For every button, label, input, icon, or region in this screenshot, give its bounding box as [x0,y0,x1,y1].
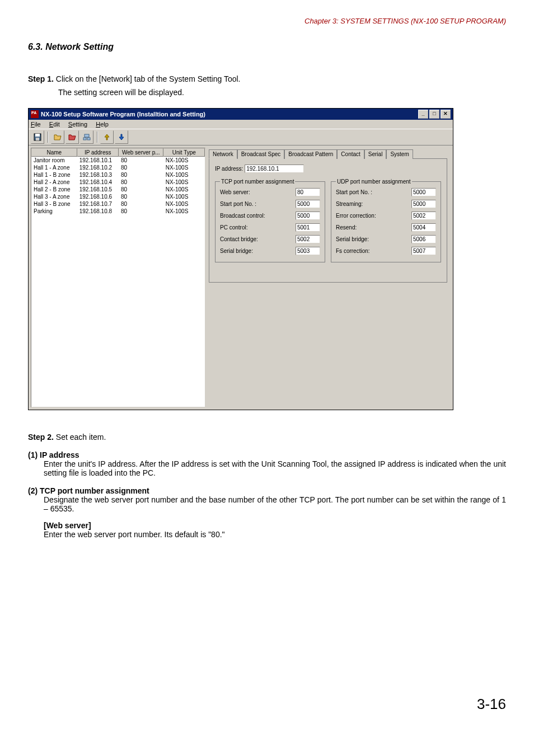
tcp-field-label: Serial bridge: [220,248,253,254]
download-icon[interactable] [115,130,128,144]
udp-field-input[interactable] [411,223,436,232]
settings-panel: Network Broadcast Spec Broadcast Pattern… [205,148,451,407]
list-row[interactable]: Hall 2 - A zone192.168.10.480NX-100S [31,179,205,186]
udp-field-label: Serial bridge: [336,236,369,242]
save-icon[interactable] [31,130,44,144]
step2-text: Set each item. [56,433,106,442]
tcp-field-label: Start port No. : [220,201,256,207]
minimize-button[interactable]: _ [418,110,428,119]
udp-field-input[interactable] [411,188,436,196]
tab-broadcast-pattern[interactable]: Broadcast Pattern [284,149,337,159]
step1-line2: The setting screen will be displayed. [58,88,506,97]
app-icon [31,110,39,118]
svg-rect-2 [36,138,39,140]
tcp-field-label: PC control: [220,224,247,231]
tab-network[interactable]: Network [209,149,237,159]
udp-field-label: Error correction: [336,213,376,219]
menu-setting[interactable]: Setting [68,121,87,128]
list-row[interactable]: Parking192.168.10.880NX-100S [31,208,205,215]
menubar: File Edit Setting Help [29,120,453,129]
tcp-field-input[interactable] [296,212,320,220]
folder-red-icon[interactable] [65,130,79,144]
udp-field-label: Resend: [336,224,357,231]
tcp-legend: TCP port number assignment [220,179,295,185]
list-row[interactable]: Janitor room192.168.10.180NX-100S [31,157,205,164]
section-title: 6.3. Network Setting [28,42,506,52]
list-row[interactable]: Hall 3 - B zone192.168.10.780NX-100S [31,200,205,208]
list-row[interactable]: Hall 2 - B zone192.168.10.580NX-100S [31,186,205,193]
udp-field-input[interactable] [411,212,436,220]
udp-field-input[interactable] [411,200,436,208]
udp-field-input[interactable] [411,247,436,255]
tcp-field-label: Web server: [220,189,250,195]
col-ip[interactable]: IP address [77,148,119,157]
step1: Step 1. Click on the [Network] tab of th… [28,74,506,83]
close-button[interactable]: ✕ [441,110,451,119]
menu-edit[interactable]: Edit [49,121,60,128]
item2-body: Designate the web server port number and… [44,495,506,513]
app-window: NX-100 Setup Software Program (Installti… [28,108,453,410]
item2-sublabel: [Web server] [44,521,506,530]
tcp-field-label: Contact bridge: [220,236,258,242]
maximize-button[interactable]: □ [429,110,439,119]
list-row[interactable]: Hall 1 - B zone192.168.10.380NX-100S [31,171,205,179]
col-web[interactable]: Web server p... [119,148,163,157]
udp-legend: UDP port number assignment [336,179,412,185]
item2-subbody: Enter the web server port number. Its de… [44,530,506,539]
menu-help[interactable]: Help [96,121,109,128]
tcp-fieldset: TCP port number assignment Web server:St… [215,179,325,262]
udp-fieldset: UDP port number assignment Start port No… [331,179,441,262]
step1-label: Step 1. [28,74,54,83]
tab-contact[interactable]: Contact [337,149,364,159]
col-type[interactable]: Unit Type [163,148,205,157]
item1-label: (1) IP address [28,450,506,459]
window-title: NX-100 Setup Software Program (Installti… [41,111,205,118]
page-number: 3-16 [28,696,506,713]
step1-line1: Click on the [Network] tab of the System… [56,74,241,83]
item1-body: Enter the unit's IP address. After the I… [44,459,506,477]
udp-field-label: Streaming: [336,201,363,207]
svg-rect-1 [35,134,40,137]
tcp-field-input[interactable] [296,200,320,208]
svg-rect-5 [87,138,90,140]
item2-label: (2) TCP port number assignment [28,486,506,495]
toolbar [29,129,453,145]
ip-label: IP address: [215,166,243,172]
list-row[interactable]: Hall 1 - A zone192.168.10.280NX-100S [31,164,205,171]
step2-label: Step 2. [28,433,54,442]
svg-rect-4 [83,138,86,140]
ip-input[interactable] [245,165,304,173]
network-icon[interactable] [80,130,93,144]
tab-broadcast-spec[interactable]: Broadcast Spec [237,149,285,159]
tab-system[interactable]: System [386,149,413,159]
device-list: Name IP address Web server p... Unit Typ… [31,148,205,407]
tcp-field-input[interactable] [296,223,320,232]
tcp-field-input[interactable] [296,188,320,196]
udp-field-input[interactable] [411,235,436,243]
tcp-field-label: Broadcast control: [220,213,265,219]
col-name[interactable]: Name [31,148,77,157]
udp-field-label: Fs correction: [336,248,370,254]
chapter-header: Chapter 3: SYSTEM SETTINGS (NX-100 SETUP… [28,17,506,25]
tab-serial[interactable]: Serial [364,149,387,159]
tcp-field-input[interactable] [296,247,320,255]
svg-rect-3 [85,134,89,137]
udp-field-label: Start port No. : [336,189,372,195]
upload-icon[interactable] [100,130,114,144]
tcp-field-input[interactable] [296,235,320,243]
titlebar: NX-100 Setup Software Program (Installti… [29,109,453,120]
list-row[interactable]: Hall 3 - A zone192.168.10.680NX-100S [31,193,205,200]
tab-content: IP address: TCP port number assignment W… [209,158,447,283]
folder-open-icon[interactable] [51,130,64,144]
step2: Step 2. Set each item. [28,433,506,442]
menu-file[interactable]: File [31,121,41,128]
